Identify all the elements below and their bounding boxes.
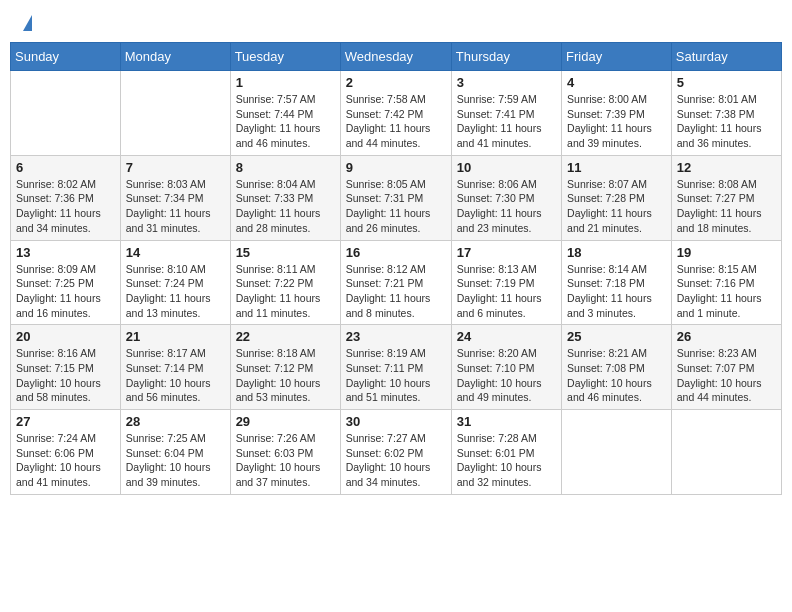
day-number: 3	[457, 75, 556, 90]
calendar-week-row: 13Sunrise: 8:09 AM Sunset: 7:25 PM Dayli…	[11, 240, 782, 325]
calendar-cell: 4Sunrise: 8:00 AM Sunset: 7:39 PM Daylig…	[562, 71, 672, 156]
calendar-cell: 24Sunrise: 8:20 AM Sunset: 7:10 PM Dayli…	[451, 325, 561, 410]
calendar-cell: 21Sunrise: 8:17 AM Sunset: 7:14 PM Dayli…	[120, 325, 230, 410]
day-number: 18	[567, 245, 666, 260]
calendar-cell	[11, 71, 121, 156]
logo-triangle-icon	[23, 15, 32, 31]
day-info: Sunrise: 8:14 AM Sunset: 7:18 PM Dayligh…	[567, 262, 666, 321]
weekday-header: Thursday	[451, 43, 561, 71]
calendar-cell: 18Sunrise: 8:14 AM Sunset: 7:18 PM Dayli…	[562, 240, 672, 325]
day-number: 15	[236, 245, 335, 260]
day-info: Sunrise: 8:21 AM Sunset: 7:08 PM Dayligh…	[567, 346, 666, 405]
day-info: Sunrise: 8:02 AM Sunset: 7:36 PM Dayligh…	[16, 177, 115, 236]
day-number: 17	[457, 245, 556, 260]
day-info: Sunrise: 8:07 AM Sunset: 7:28 PM Dayligh…	[567, 177, 666, 236]
day-number: 22	[236, 329, 335, 344]
calendar-cell: 6Sunrise: 8:02 AM Sunset: 7:36 PM Daylig…	[11, 155, 121, 240]
weekday-header: Wednesday	[340, 43, 451, 71]
calendar-week-row: 6Sunrise: 8:02 AM Sunset: 7:36 PM Daylig…	[11, 155, 782, 240]
calendar-table: SundayMondayTuesdayWednesdayThursdayFrid…	[10, 42, 782, 495]
calendar-cell: 10Sunrise: 8:06 AM Sunset: 7:30 PM Dayli…	[451, 155, 561, 240]
weekday-header: Sunday	[11, 43, 121, 71]
day-number: 14	[126, 245, 225, 260]
day-number: 1	[236, 75, 335, 90]
calendar-cell: 27Sunrise: 7:24 AM Sunset: 6:06 PM Dayli…	[11, 410, 121, 495]
weekday-header: Saturday	[671, 43, 781, 71]
day-info: Sunrise: 8:03 AM Sunset: 7:34 PM Dayligh…	[126, 177, 225, 236]
calendar-cell: 26Sunrise: 8:23 AM Sunset: 7:07 PM Dayli…	[671, 325, 781, 410]
day-number: 19	[677, 245, 776, 260]
calendar-cell: 19Sunrise: 8:15 AM Sunset: 7:16 PM Dayli…	[671, 240, 781, 325]
day-number: 20	[16, 329, 115, 344]
day-number: 23	[346, 329, 446, 344]
day-number: 24	[457, 329, 556, 344]
calendar-cell: 23Sunrise: 8:19 AM Sunset: 7:11 PM Dayli…	[340, 325, 451, 410]
calendar-body: 1Sunrise: 7:57 AM Sunset: 7:44 PM Daylig…	[11, 71, 782, 495]
day-number: 13	[16, 245, 115, 260]
day-info: Sunrise: 8:12 AM Sunset: 7:21 PM Dayligh…	[346, 262, 446, 321]
calendar-cell: 5Sunrise: 8:01 AM Sunset: 7:38 PM Daylig…	[671, 71, 781, 156]
calendar-cell: 22Sunrise: 8:18 AM Sunset: 7:12 PM Dayli…	[230, 325, 340, 410]
calendar-cell: 20Sunrise: 8:16 AM Sunset: 7:15 PM Dayli…	[11, 325, 121, 410]
calendar-cell: 13Sunrise: 8:09 AM Sunset: 7:25 PM Dayli…	[11, 240, 121, 325]
day-number: 30	[346, 414, 446, 429]
day-info: Sunrise: 8:20 AM Sunset: 7:10 PM Dayligh…	[457, 346, 556, 405]
day-number: 7	[126, 160, 225, 175]
day-info: Sunrise: 7:27 AM Sunset: 6:02 PM Dayligh…	[346, 431, 446, 490]
day-number: 26	[677, 329, 776, 344]
day-info: Sunrise: 8:17 AM Sunset: 7:14 PM Dayligh…	[126, 346, 225, 405]
day-number: 25	[567, 329, 666, 344]
day-info: Sunrise: 7:59 AM Sunset: 7:41 PM Dayligh…	[457, 92, 556, 151]
weekday-header-row: SundayMondayTuesdayWednesdayThursdayFrid…	[11, 43, 782, 71]
calendar-cell: 1Sunrise: 7:57 AM Sunset: 7:44 PM Daylig…	[230, 71, 340, 156]
calendar-cell: 12Sunrise: 8:08 AM Sunset: 7:27 PM Dayli…	[671, 155, 781, 240]
day-number: 16	[346, 245, 446, 260]
calendar-cell: 8Sunrise: 8:04 AM Sunset: 7:33 PM Daylig…	[230, 155, 340, 240]
day-info: Sunrise: 8:09 AM Sunset: 7:25 PM Dayligh…	[16, 262, 115, 321]
calendar-cell: 2Sunrise: 7:58 AM Sunset: 7:42 PM Daylig…	[340, 71, 451, 156]
day-number: 8	[236, 160, 335, 175]
day-number: 9	[346, 160, 446, 175]
day-info: Sunrise: 8:04 AM Sunset: 7:33 PM Dayligh…	[236, 177, 335, 236]
header	[10, 10, 782, 32]
day-info: Sunrise: 8:16 AM Sunset: 7:15 PM Dayligh…	[16, 346, 115, 405]
calendar-cell	[120, 71, 230, 156]
day-info: Sunrise: 7:25 AM Sunset: 6:04 PM Dayligh…	[126, 431, 225, 490]
day-number: 2	[346, 75, 446, 90]
calendar-cell: 25Sunrise: 8:21 AM Sunset: 7:08 PM Dayli…	[562, 325, 672, 410]
day-info: Sunrise: 8:23 AM Sunset: 7:07 PM Dayligh…	[677, 346, 776, 405]
calendar-cell: 14Sunrise: 8:10 AM Sunset: 7:24 PM Dayli…	[120, 240, 230, 325]
day-number: 28	[126, 414, 225, 429]
calendar-cell: 17Sunrise: 8:13 AM Sunset: 7:19 PM Dayli…	[451, 240, 561, 325]
calendar-cell: 7Sunrise: 8:03 AM Sunset: 7:34 PM Daylig…	[120, 155, 230, 240]
day-number: 12	[677, 160, 776, 175]
day-number: 11	[567, 160, 666, 175]
day-info: Sunrise: 7:26 AM Sunset: 6:03 PM Dayligh…	[236, 431, 335, 490]
calendar-cell: 9Sunrise: 8:05 AM Sunset: 7:31 PM Daylig…	[340, 155, 451, 240]
calendar-cell: 31Sunrise: 7:28 AM Sunset: 6:01 PM Dayli…	[451, 410, 561, 495]
calendar-cell: 15Sunrise: 8:11 AM Sunset: 7:22 PM Dayli…	[230, 240, 340, 325]
day-number: 4	[567, 75, 666, 90]
calendar-cell: 11Sunrise: 8:07 AM Sunset: 7:28 PM Dayli…	[562, 155, 672, 240]
day-info: Sunrise: 8:05 AM Sunset: 7:31 PM Dayligh…	[346, 177, 446, 236]
day-info: Sunrise: 8:18 AM Sunset: 7:12 PM Dayligh…	[236, 346, 335, 405]
weekday-header: Monday	[120, 43, 230, 71]
day-info: Sunrise: 8:06 AM Sunset: 7:30 PM Dayligh…	[457, 177, 556, 236]
day-info: Sunrise: 8:13 AM Sunset: 7:19 PM Dayligh…	[457, 262, 556, 321]
calendar-cell: 29Sunrise: 7:26 AM Sunset: 6:03 PM Dayli…	[230, 410, 340, 495]
weekday-header: Friday	[562, 43, 672, 71]
day-info: Sunrise: 8:08 AM Sunset: 7:27 PM Dayligh…	[677, 177, 776, 236]
day-number: 21	[126, 329, 225, 344]
weekday-header: Tuesday	[230, 43, 340, 71]
calendar-cell	[671, 410, 781, 495]
calendar-week-row: 27Sunrise: 7:24 AM Sunset: 6:06 PM Dayli…	[11, 410, 782, 495]
day-info: Sunrise: 8:19 AM Sunset: 7:11 PM Dayligh…	[346, 346, 446, 405]
calendar-cell: 28Sunrise: 7:25 AM Sunset: 6:04 PM Dayli…	[120, 410, 230, 495]
calendar-week-row: 1Sunrise: 7:57 AM Sunset: 7:44 PM Daylig…	[11, 71, 782, 156]
day-info: Sunrise: 8:15 AM Sunset: 7:16 PM Dayligh…	[677, 262, 776, 321]
calendar-cell: 16Sunrise: 8:12 AM Sunset: 7:21 PM Dayli…	[340, 240, 451, 325]
day-number: 31	[457, 414, 556, 429]
day-info: Sunrise: 8:00 AM Sunset: 7:39 PM Dayligh…	[567, 92, 666, 151]
day-number: 29	[236, 414, 335, 429]
logo	[20, 15, 32, 27]
